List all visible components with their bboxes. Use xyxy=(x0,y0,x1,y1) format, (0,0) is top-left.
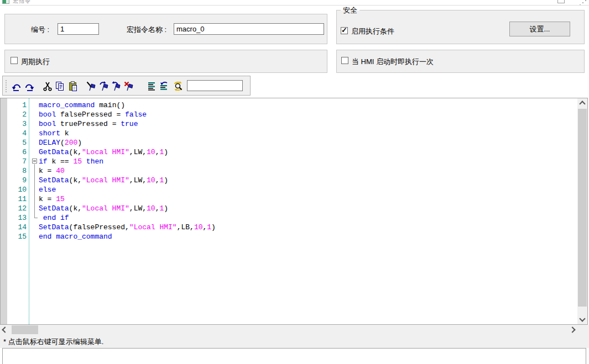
redo-icon[interactable] xyxy=(23,80,35,93)
code-line[interactable]: 15end macro_command xyxy=(1,232,577,241)
find-next-icon[interactable] xyxy=(172,80,184,93)
macro-name-label: 宏指令名称 : xyxy=(127,25,166,35)
line-number: 4 xyxy=(1,129,27,138)
line-number: 10 xyxy=(1,185,27,194)
periodic-box: 周期执行 xyxy=(4,50,327,73)
macro-id-label: 编号 : xyxy=(31,25,49,35)
line-number: 1 xyxy=(1,101,27,110)
macro-id-name-box: 编号 : 宏指令名称 : xyxy=(4,14,327,44)
scrollbar-corner xyxy=(577,325,589,335)
macro-name-input[interactable] xyxy=(174,23,324,35)
line-number: 5 xyxy=(1,138,27,147)
enable-condition-checkbox[interactable] xyxy=(341,27,348,34)
code-text: k = 40 xyxy=(39,166,65,176)
code-line[interactable]: 11k = 15 xyxy=(1,194,577,204)
copy-icon[interactable] xyxy=(54,80,66,93)
code-line[interactable]: 2bool falsePressed = false xyxy=(1,110,577,119)
vertical-scrollbar-thumb[interactable] xyxy=(578,109,587,307)
macro-editor-window: 宏指令 编号 : 宏指令名称 : 启用执行条件 设置... 安全 周期执行 当 … xyxy=(0,0,589,364)
line-number: 14 xyxy=(1,223,27,232)
window-title: 宏指令 xyxy=(13,0,31,5)
code-line[interactable]: 7if k == 15 then xyxy=(1,157,577,166)
code-line[interactable]: 14SetData(falsePressed,"Local HMI",LB,10… xyxy=(1,223,577,232)
code-line[interactable]: 3bool truePressed = true xyxy=(1,119,577,129)
line-number: 7 xyxy=(1,157,27,166)
code-line[interactable]: 4short k xyxy=(1,129,577,138)
code-text: else xyxy=(39,185,56,194)
code-line[interactable]: 1macro_command main() xyxy=(1,101,577,110)
cut-icon[interactable] xyxy=(41,80,54,93)
scroll-up-icon[interactable] xyxy=(577,98,587,108)
resize-grip-icon[interactable] xyxy=(578,0,587,5)
scroll-left-icon[interactable] xyxy=(0,325,10,335)
scroll-right-icon[interactable] xyxy=(567,325,577,335)
code-lines: 1macro_command main()2bool falsePressed … xyxy=(1,101,577,324)
line-number: 2 xyxy=(1,110,27,119)
toolbar-gripper[interactable] xyxy=(6,80,7,92)
enable-condition-label: 启用执行条件 xyxy=(351,27,394,36)
fold-collapse-icon[interactable] xyxy=(32,159,37,163)
line-number: 8 xyxy=(1,166,27,176)
code-text: end macro_command xyxy=(39,232,112,241)
line-number: 9 xyxy=(1,176,27,185)
line-number: 15 xyxy=(1,232,27,241)
periodic-checkbox[interactable] xyxy=(11,57,18,64)
line-number: 6 xyxy=(1,147,27,157)
code-line[interactable]: 9SetData(k,"Local HMI",LW,10,1) xyxy=(1,176,577,185)
horizontal-scrollbar-thumb[interactable] xyxy=(12,325,38,334)
code-text: SetData(falsePressed,"Local HMI",LB,10,1… xyxy=(39,223,216,232)
status-hint-text: * 点击鼠标右键可显示编辑菜单. xyxy=(3,337,103,347)
indent-icon[interactable] xyxy=(145,80,157,93)
title-bar: 宏指令 xyxy=(0,0,589,6)
run-on-startup-box: 当 HMI 启动时即执行一次 xyxy=(336,50,585,73)
line-number: 12 xyxy=(1,204,27,213)
paste-icon[interactable] xyxy=(67,80,79,93)
gutter-separator xyxy=(29,98,29,324)
bookmark-next-icon[interactable] xyxy=(98,80,110,93)
code-line[interactable]: 13 end if xyxy=(1,213,577,223)
code-text: bool falsePressed = false xyxy=(39,110,147,119)
message-panel xyxy=(2,348,586,364)
code-text: DELAY(200) xyxy=(39,138,82,147)
code-text: if k == 15 then xyxy=(39,157,103,166)
undo-icon[interactable] xyxy=(11,80,23,93)
macro-id-input[interactable] xyxy=(58,23,99,35)
bookmark-toggle-icon[interactable] xyxy=(85,80,97,93)
bookmark-prev-icon[interactable] xyxy=(110,80,122,93)
periodic-label: 周期执行 xyxy=(21,57,50,67)
code-text: GetData(k,"Local HMI",LW,10,1) xyxy=(39,147,168,157)
code-text: SetData(k,"Local HMI",LW,10,1) xyxy=(39,176,168,185)
horizontal-scrollbar[interactable] xyxy=(0,325,577,335)
bookmark-clear-icon[interactable] xyxy=(123,80,135,93)
code-line[interactable]: 12SetData(k,"Local HMI",LW,10,1) xyxy=(1,204,577,213)
code-text: end if xyxy=(39,213,69,223)
line-number: 11 xyxy=(1,194,27,204)
code-line[interactable]: 10else xyxy=(1,185,577,194)
status-strip: * 点击鼠标右键可显示编辑菜单. xyxy=(0,335,589,348)
code-text: short k xyxy=(39,129,69,138)
settings-button[interactable]: 设置... xyxy=(509,22,570,36)
code-text: bool truePressed = true xyxy=(39,119,138,129)
code-line[interactable]: 6GetData(k,"Local HMI",LW,10,1) xyxy=(1,147,577,157)
code-line[interactable]: 8k = 40 xyxy=(1,166,577,176)
outdent-icon[interactable] xyxy=(157,80,169,93)
editor-toolbar xyxy=(2,76,251,96)
code-text: macro_command main() xyxy=(39,101,125,110)
code-text: k = 15 xyxy=(39,194,65,204)
toolbar-search-input[interactable] xyxy=(187,80,243,91)
line-number: 13 xyxy=(1,213,27,223)
scroll-down-icon[interactable] xyxy=(577,315,587,324)
window-icon xyxy=(2,0,9,4)
maximize-button[interactable] xyxy=(557,0,565,3)
run-on-startup-label: 当 HMI 启动时即执行一次 xyxy=(352,57,434,67)
code-line[interactable]: 5DELAY(200) xyxy=(1,138,577,147)
code-editor[interactable]: 1macro_command main()2bool falsePressed … xyxy=(0,98,588,325)
line-number: 3 xyxy=(1,119,27,129)
security-groupbox: 启用执行条件 设置... xyxy=(336,10,585,44)
code-text: SetData(k,"Local HMI",LW,10,1) xyxy=(39,204,168,213)
vertical-scrollbar[interactable] xyxy=(577,98,587,324)
run-on-startup-checkbox[interactable] xyxy=(341,57,348,64)
security-legend: 安全 xyxy=(341,6,359,15)
